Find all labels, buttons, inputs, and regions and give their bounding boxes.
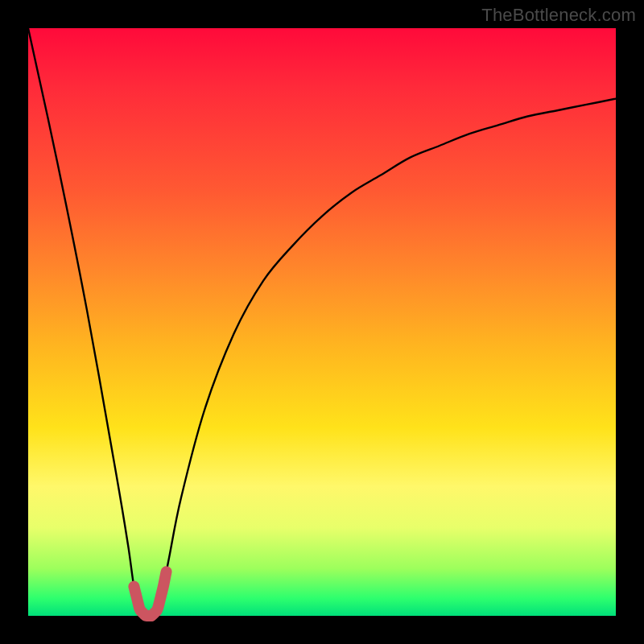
chart-frame: TheBottleneck.com [0,0,644,644]
plot-area [28,28,616,616]
watermark-text: TheBottleneck.com [481,5,636,26]
curve-layer [28,28,616,616]
bottleneck-curve [28,28,616,617]
optimal-zone-highlight [134,572,166,616]
